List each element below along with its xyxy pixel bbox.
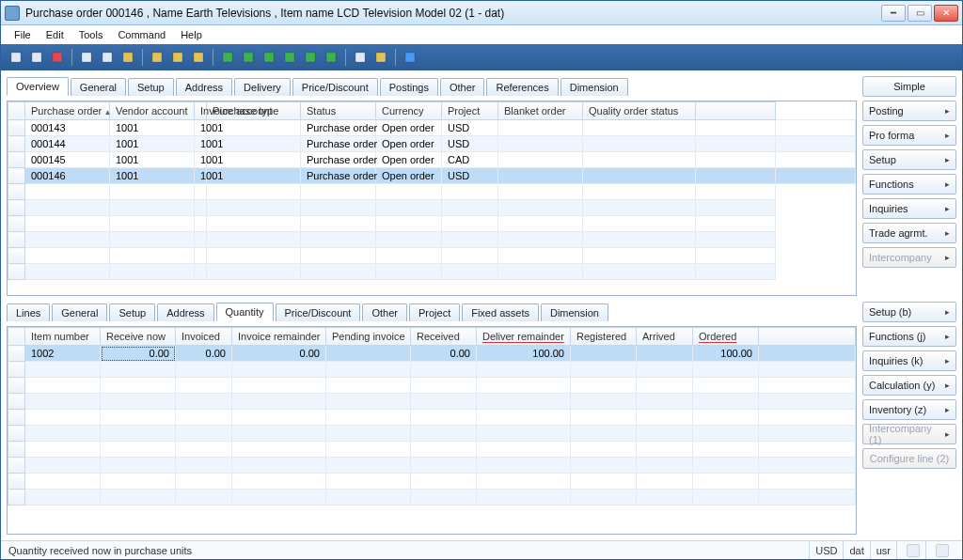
filter-adv-icon[interactable] xyxy=(168,48,187,67)
tab-postings[interactable]: Postings xyxy=(380,78,438,96)
next-page-icon[interactable] xyxy=(301,48,320,67)
lines-grid[interactable]: Item numberReceive nowInvoicedInvoice re… xyxy=(8,327,856,506)
col-quality-order-status[interactable]: Quality order status xyxy=(583,102,696,120)
action-setup-b-[interactable]: Setup (b)▸ xyxy=(862,302,956,322)
action-inquiries-k-[interactable]: Inquiries (k)▸ xyxy=(862,350,956,371)
save-icon[interactable] xyxy=(27,48,46,67)
alert-icon[interactable] xyxy=(371,48,390,67)
help-icon[interactable] xyxy=(401,48,419,67)
tab-quantity[interactable]: Quantity xyxy=(216,303,274,321)
action-posting[interactable]: Posting▸ xyxy=(862,101,956,121)
col-status[interactable]: Status xyxy=(301,102,376,120)
tab-delivery[interactable]: Delivery xyxy=(234,78,291,96)
col-deliver-remainder[interactable]: Deliver remainder xyxy=(477,328,571,346)
table-row[interactable]: 10020.000.000.000.00100.00100.00 xyxy=(8,346,856,362)
action-trade-agrmt-[interactable]: Trade agrmt.▸ xyxy=(862,223,956,243)
table-row[interactable] xyxy=(8,378,856,394)
table-row[interactable] xyxy=(8,410,856,426)
action-pro-forma[interactable]: Pro forma▸ xyxy=(862,125,956,146)
filter-icon[interactable] xyxy=(148,48,166,67)
table-row[interactable]: 00014310011001Purchase orderOpen orderUS… xyxy=(8,120,856,136)
table-row[interactable] xyxy=(8,442,856,458)
tab-general[interactable]: General xyxy=(52,303,107,321)
prev-icon[interactable] xyxy=(260,48,278,67)
orders-grid[interactable]: Purchase orderVendor accountInvoice acco… xyxy=(8,101,856,280)
table-row[interactable] xyxy=(8,264,856,280)
tab-other[interactable]: Other xyxy=(362,303,407,321)
col-vendor-account[interactable]: Vendor account xyxy=(110,102,195,120)
table-row[interactable] xyxy=(8,362,856,378)
table-row[interactable] xyxy=(8,458,856,474)
mail-icon[interactable] xyxy=(118,48,137,67)
menu-file[interactable]: File xyxy=(8,27,37,42)
action-setup[interactable]: Setup▸ xyxy=(862,149,956,170)
preview-icon[interactable] xyxy=(98,48,117,67)
tab-dimension[interactable]: Dimension xyxy=(560,78,628,96)
action-functions-j-[interactable]: Functions (j)▸ xyxy=(862,326,956,347)
clear-filter-icon[interactable] xyxy=(189,48,208,67)
col-receive-now[interactable]: Receive now xyxy=(101,328,176,346)
table-row[interactable] xyxy=(8,248,856,264)
col-arrived[interactable]: Arrived xyxy=(637,328,693,346)
menu-help[interactable]: Help xyxy=(175,27,208,42)
action-inquiries[interactable]: Inquiries▸ xyxy=(862,198,956,219)
table-row[interactable] xyxy=(8,474,856,490)
action-calculation-y-[interactable]: Calculation (y)▸ xyxy=(862,375,956,396)
col-pending-invoice[interactable]: Pending invoice xyxy=(326,328,411,346)
action-simple[interactable]: Simple xyxy=(862,76,956,97)
tab-setup[interactable]: Setup xyxy=(109,303,155,321)
col-item-number[interactable]: Item number xyxy=(25,328,101,346)
col-currency[interactable]: Currency xyxy=(376,102,442,120)
tab-price-discount[interactable]: Price/Discount xyxy=(276,303,361,321)
tab-dimension[interactable]: Dimension xyxy=(541,303,608,321)
col-invoiced[interactable]: Invoiced xyxy=(176,328,232,346)
tab-address[interactable]: Address xyxy=(176,78,232,96)
tab-lines[interactable]: Lines xyxy=(7,303,50,321)
last-icon[interactable] xyxy=(322,48,340,67)
maximize-button[interactable]: ▭ xyxy=(908,5,932,22)
table-row[interactable] xyxy=(8,426,856,442)
prev-page-icon[interactable] xyxy=(239,48,258,67)
print-icon[interactable] xyxy=(77,48,96,67)
delete-icon[interactable] xyxy=(48,48,67,67)
first-icon[interactable] xyxy=(218,48,237,67)
doc-icon[interactable] xyxy=(351,48,370,67)
table-row[interactable] xyxy=(8,232,856,248)
table-row[interactable] xyxy=(8,200,856,216)
tab-fixed-assets[interactable]: Fixed assets xyxy=(462,303,539,321)
tab-references[interactable]: References xyxy=(486,78,558,96)
tab-general[interactable]: General xyxy=(71,78,126,96)
col-invoice-account[interactable]: Invoice account xyxy=(195,102,207,120)
tab-setup[interactable]: Setup xyxy=(128,78,174,96)
menu-edit[interactable]: Edit xyxy=(40,27,70,42)
table-row[interactable]: 00014610011001Purchase orderOpen orderUS… xyxy=(8,168,856,184)
col-project[interactable]: Project xyxy=(442,102,498,120)
col-registered[interactable]: Registered xyxy=(571,328,637,346)
minimize-button[interactable]: ━ xyxy=(881,5,906,22)
table-row[interactable] xyxy=(8,216,856,232)
close-button[interactable]: ✕ xyxy=(934,5,958,22)
menu-command[interactable]: Command xyxy=(112,27,171,42)
tab-other[interactable]: Other xyxy=(440,78,485,96)
new-icon[interactable] xyxy=(7,48,25,67)
svg-rect-10 xyxy=(244,53,253,62)
col-blanket-order[interactable]: Blanket order xyxy=(498,102,583,120)
tab-address[interactable]: Address xyxy=(157,303,213,321)
col-ordered[interactable]: Ordered xyxy=(693,328,759,346)
col-received[interactable]: Received xyxy=(411,328,477,346)
col-invoice-remainder[interactable]: Invoice remainder xyxy=(232,328,326,346)
next-icon[interactable] xyxy=(280,48,299,67)
table-row[interactable]: 00014410011001Purchase orderOpen orderUS… xyxy=(8,136,856,152)
action-functions[interactable]: Functions▸ xyxy=(862,174,956,194)
table-row[interactable]: 00014510011001Purchase orderOpen orderCA… xyxy=(8,152,856,168)
table-row[interactable] xyxy=(8,490,856,506)
tab-project[interactable]: Project xyxy=(409,303,460,321)
tab-price-discount[interactable]: Price/Discount xyxy=(292,78,378,96)
col-purchase-type[interactable]: Purchase type xyxy=(207,102,301,120)
action-inventory-z-[interactable]: Inventory (z)▸ xyxy=(862,399,956,420)
menu-tools[interactable]: Tools xyxy=(73,27,109,42)
table-row[interactable] xyxy=(8,184,856,200)
col-purchase-order[interactable]: Purchase order xyxy=(25,102,110,120)
table-row[interactable] xyxy=(8,394,856,410)
tab-overview[interactable]: Overview xyxy=(7,77,69,96)
